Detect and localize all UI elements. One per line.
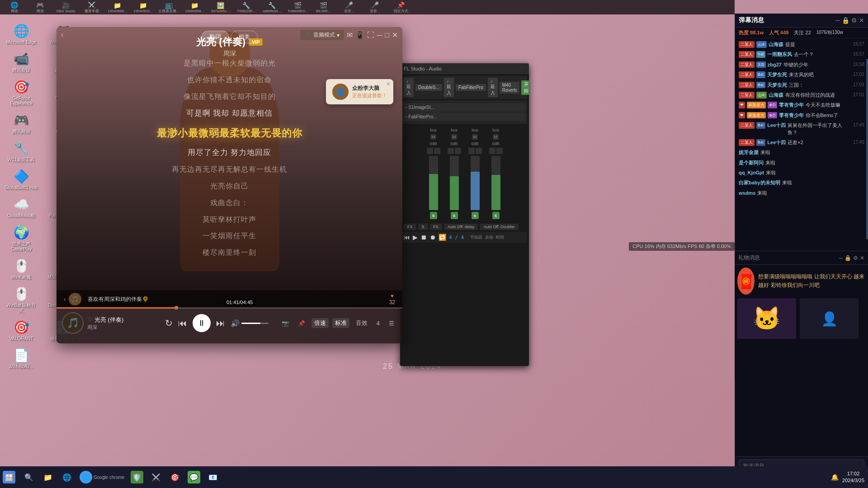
top-app-3d[interactable]: 🖼️ 3d7a3d51... — [208, 0, 233, 14]
channel-2-m[interactable]: M — [451, 134, 458, 140]
top-app-folder1[interactable]: 📁 19040888... — [105, 0, 130, 14]
taskbar-start-btn[interactable]: 🪟 — [0, 467, 18, 487]
desktop-icon-tencent-meeting[interactable]: 📹 腾讯会议 — [3, 49, 40, 75]
desktop-icon-edge[interactable]: 🌐 Microsoft Edge — [3, 21, 40, 47]
taskbar-game-launcher[interactable]: ⚔️ — [147, 467, 165, 487]
chat-lock-icon[interactable]: 🔒 — [842, 17, 849, 24]
daw-plugin-fabfilter[interactable]: ◦ FabFilterPro... — [404, 113, 525, 121]
fx-button-2[interactable]: FX — [430, 224, 443, 230]
taskbar-chrome[interactable]: 🌐 Google chrome — [77, 467, 127, 487]
daw-play-btn[interactable]: ▶ — [413, 234, 418, 241]
taskbar-search[interactable]: 🔍 — [20, 467, 38, 487]
pause-button[interactable]: ⏸ — [193, 314, 211, 332]
daw-delay[interactable]: ↓ 延入 — [444, 78, 454, 97]
daw-start[interactable]: 开始 — [521, 80, 529, 95]
tab-related[interactable]: 相关 — [231, 31, 258, 43]
desktop-icon-winbat[interactable]: 🖱️ WinBat·鼠标方式 — [3, 284, 40, 315]
channel-1-m[interactable]: M — [430, 134, 437, 140]
daw-add-delay[interactable]: ↓ 延入 — [404, 78, 414, 97]
daw-stop-btn[interactable]: ⏹ — [420, 234, 427, 241]
fx-button-1[interactable]: FX — [404, 224, 416, 230]
taskbar-kaspersky[interactable]: 🛡️ — [128, 467, 146, 487]
channel-3-m[interactable]: M — [472, 134, 478, 140]
bookmark-button[interactable]: 📌 — [295, 319, 308, 328]
top-app-tin[interactable]: 🔧 TIN822IR... — [234, 0, 259, 14]
daw-doubler[interactable]: DoubleS... — [415, 84, 442, 91]
shuffle-button[interactable]: ↻ — [165, 318, 173, 328]
daw-plugin-s1[interactable]: ◦ S1ImageSt... — [404, 103, 525, 112]
prev-button[interactable]: ⏮ — [178, 318, 187, 328]
tab-lyrics[interactable]: 歌词 — [202, 31, 229, 43]
desktop-icon-geforce[interactable]: 🎯 GeForce Experience — [3, 77, 40, 108]
top-app-livestream[interactable]: 📺 云视通直播... — [156, 0, 181, 14]
taskbar-explorer[interactable]: 📁 — [39, 467, 57, 487]
desktop-icon-globalsoft[interactable]: 🔷 GlobalSoft3 Hub — [3, 166, 40, 192]
taskbar-notification-icon[interactable]: 🔔 — [831, 474, 839, 481]
auto-off-delay[interactable]: Auto Off: delay — [444, 224, 478, 230]
taskbar-mail[interactable]: 📧 — [204, 467, 222, 487]
chat-scrollbar[interactable] — [866, 59, 868, 239]
channel-1-send[interactable]: S — [430, 212, 437, 219]
channel-2-send[interactable]: S — [451, 212, 458, 219]
daw-rewind-btn[interactable]: ⏮ — [404, 234, 410, 241]
top-app-bilimk[interactable]: 🎬 BILIMK... — [311, 0, 336, 14]
gift-minimize-icon[interactable]: ─ — [839, 255, 843, 261]
speed-button[interactable]: 倍速 — [311, 318, 329, 328]
top-app-network[interactable]: 🌐 网络 — [2, 0, 27, 14]
fullscreen-icon[interactable]: ⛶ — [367, 31, 374, 39]
phone-icon[interactable]: 📱 — [355, 31, 364, 39]
volume-slider[interactable] — [241, 323, 269, 324]
channel-2-fader[interactable] — [450, 156, 459, 210]
maximize-icon[interactable]: □ — [385, 31, 389, 39]
camera-button[interactable]: 📷 — [279, 319, 292, 328]
daw-delay2[interactable]: ↓ 延入 — [488, 78, 498, 97]
desktop-icon-valorant[interactable]: 🎯 VALORANT — [3, 317, 40, 343]
next-button[interactable]: ⏭ — [216, 318, 225, 328]
gift-settings-icon[interactable]: ⚙ — [853, 255, 858, 261]
desktop-icon-world[interactable]: 🌍 世界之声GamePlay — [3, 222, 40, 254]
top-app-obs[interactable]: 🎥 OBS Studio — [53, 0, 78, 14]
standard-button[interactable]: 标准 — [332, 318, 349, 328]
close-window-icon[interactable]: ✕ — [392, 31, 398, 39]
desktop-icon-tencent-game[interactable]: 🎮 腾讯网游 — [3, 110, 40, 136]
taskbar-valorant[interactable]: 🎯 — [166, 467, 184, 487]
channel-3-fader[interactable] — [471, 156, 480, 210]
collapse-button[interactable]: ‹ — [61, 31, 63, 39]
desktop-icon-winkat[interactable]: 🖱️ WinKat·魔 — [3, 256, 40, 282]
top-app-game[interactable]: 🎮 网游 — [28, 0, 52, 14]
top-app-voice1[interactable]: 🎤 语音... — [337, 0, 362, 14]
chat-close-icon[interactable]: ✕ — [859, 17, 864, 24]
desktop-icon-w11[interactable]: 🔧 W11桌面工具 — [3, 138, 40, 164]
top-app-tobill[interactable]: 🎬 ToBill/MKV... — [285, 0, 310, 14]
channel-3-send[interactable]: S — [472, 212, 479, 219]
daw-loop-btn[interactable]: 🔁 — [439, 234, 446, 241]
fx-s-button[interactable]: S — [418, 224, 428, 230]
channel-4-fader[interactable] — [491, 156, 500, 210]
desktop-icon-file[interactable]: 📄 3/24-Bb42... — [3, 345, 40, 371]
heart-favorite-icon[interactable]: ♡ — [87, 316, 93, 323]
channel-4-send[interactable]: S — [492, 212, 500, 219]
auto-off-doubler[interactable]: Auto Off: Doubler — [480, 224, 518, 230]
progress-bar[interactable]: 01:41/04:45 — [57, 307, 402, 309]
daw-fabfilter[interactable]: FabFilterPro — [456, 84, 486, 91]
count-button[interactable]: 4 — [374, 319, 382, 328]
desktop-icon-cloudmusic[interactable]: ☁️ CloudMusic酷 — [3, 194, 40, 221]
top-app-folder3[interactable]: 📁 19080888... — [182, 0, 207, 14]
minimize-icon[interactable]: ─ — [377, 31, 382, 39]
chat-minimize-icon[interactable]: ─ — [835, 17, 840, 24]
daw-m40[interactable]: M40 Reverb — [500, 82, 519, 94]
channel-1-fader[interactable] — [429, 156, 438, 210]
top-app-folder2[interactable]: 📁 19040922... — [131, 0, 156, 14]
playlist-icon[interactable]: ☰ — [386, 319, 397, 328]
effects-button[interactable]: 音效 — [353, 318, 370, 328]
top-app-fix[interactable]: 📌 固定方式 — [388, 0, 413, 14]
gift-lock-icon[interactable]: 🔒 — [844, 255, 851, 261]
top-app-warcraft[interactable]: ⚔️ 魔兽争霸 — [79, 0, 104, 14]
gift-close-icon[interactable]: ✕ — [860, 255, 864, 261]
taskbar-wechat[interactable]: 💬 — [185, 467, 203, 487]
taskbar-edge[interactable]: 🌐 — [58, 467, 76, 487]
mode-button[interactable]: 🎵 音频模式 ▾ — [300, 30, 344, 40]
channel-4-m[interactable]: M — [493, 134, 499, 140]
chat-settings-icon[interactable]: ⚙ — [851, 17, 857, 24]
top-app-voice2[interactable]: 🎤 语音... — [363, 0, 387, 14]
